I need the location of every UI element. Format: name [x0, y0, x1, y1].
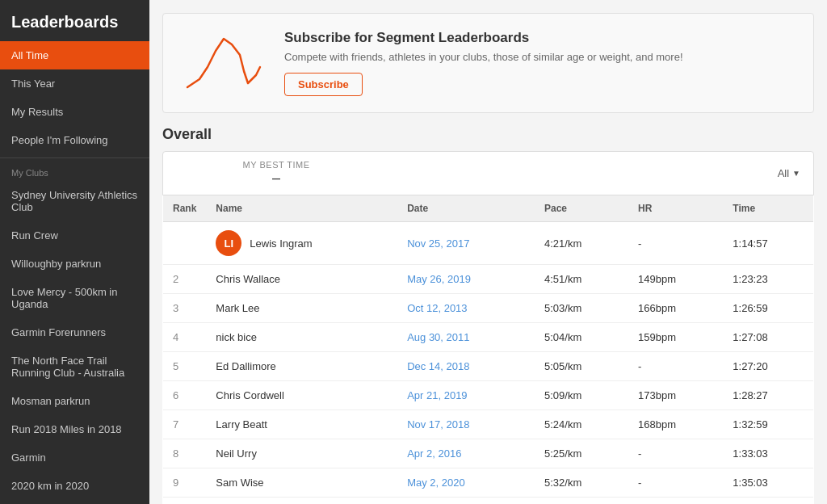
- cell-rank: [163, 222, 207, 265]
- cell-date: Sep 30, 2018: [397, 498, 535, 505]
- sidebar-item-canaw[interactable]: canaw: [0, 500, 149, 504]
- cell-rank: 10: [163, 498, 207, 505]
- sidebar-item-garmin[interactable]: Garmin: [0, 443, 149, 472]
- athlete-name[interactable]: Ed Dallimore: [216, 360, 275, 372]
- table-row: 3Mark LeeOct 12, 20135:03/km166bpm1:26:5…: [163, 294, 814, 323]
- filter-dropdown[interactable]: All ▼: [778, 167, 800, 179]
- sidebar-item-people-following[interactable]: People I'm Following: [0, 126, 149, 154]
- sidebar-item-2020km[interactable]: 2020 km in 2020: [0, 472, 149, 500]
- sidebar-item-garmin-forerunners[interactable]: Garmin Forerunners: [0, 318, 149, 346]
- cell-time: 1:27:20: [723, 352, 813, 381]
- date-link[interactable]: Aug 30, 2011: [407, 331, 469, 343]
- overall-section: Overall MY BEST TIME – All ▼ Rank Name D…: [162, 126, 814, 504]
- athlete-name[interactable]: Larry Beatt: [216, 418, 267, 430]
- table-row: 5Ed DallimoreDec 14, 20185:05/km-1:27:20: [163, 352, 814, 381]
- col-hr: HR: [628, 195, 723, 222]
- cell-time: 1:35:38: [723, 498, 813, 505]
- avatar: LI: [216, 230, 241, 256]
- table-row: 9Sam WiseMay 2, 20205:32/km-1:35:03: [163, 468, 814, 498]
- cell-time: 1:23:23: [723, 265, 813, 294]
- athlete-name[interactable]: Neil Urry: [216, 447, 257, 460]
- sidebar-item-all-time[interactable]: All Time: [0, 41, 149, 69]
- athlete-name[interactable]: Sam Wise: [216, 477, 263, 489]
- cell-name: Russ Ainsworth: [206, 498, 397, 505]
- table-row: 10Russ AinsworthSep 30, 20185:33/km170bp…: [163, 498, 814, 505]
- cell-date: May 26, 2019: [397, 265, 535, 294]
- table-row: 6Chris CordwellApr 21, 20195:09/km173bpm…: [163, 381, 814, 410]
- cell-pace: 5:25/km: [535, 439, 628, 468]
- cell-name: Larry Beatt: [206, 410, 397, 439]
- date-link[interactable]: Nov 17, 2018: [407, 418, 469, 430]
- date-link[interactable]: May 26, 2019: [407, 273, 471, 285]
- cell-name: Neil Urry: [206, 439, 397, 468]
- col-time: Time: [723, 195, 813, 222]
- date-link[interactable]: Oct 12, 2013: [407, 302, 467, 314]
- table-row: 4nick biceAug 30, 20115:04/km159bpm1:27:…: [163, 323, 814, 352]
- table-row: LILewis IngramNov 25, 20174:21/km-1:14:5…: [163, 222, 814, 265]
- subscribe-banner: Subscribe for Segment Leaderboards Compe…: [162, 13, 814, 113]
- cell-pace: 5:33/km: [535, 498, 628, 505]
- athlete-name[interactable]: nick bice: [216, 331, 257, 343]
- cell-rank: 8: [163, 439, 207, 468]
- cell-time: 1:32:59: [723, 410, 813, 439]
- date-link[interactable]: Nov 25, 2017: [407, 237, 469, 250]
- subscribe-title: Subscribe for Segment Leaderboards: [284, 30, 683, 46]
- sidebar-item-mosman[interactable]: Mosman parkrun: [0, 387, 149, 415]
- cell-hr: 159bpm: [628, 323, 723, 352]
- cell-rank: 5: [163, 352, 207, 381]
- athlete-name[interactable]: Chris Wallace: [216, 273, 280, 285]
- table-row: 2Chris WallaceMay 26, 20194:51/km149bpm1…: [163, 265, 814, 294]
- date-link[interactable]: Apr 21, 2019: [407, 389, 467, 401]
- cell-pace: 5:05/km: [535, 352, 628, 381]
- table-row: 8Neil UrryApr 2, 20165:25/km-1:33:03: [163, 439, 814, 468]
- sidebar-item-willoughby[interactable]: Willoughby parkrun: [0, 250, 149, 278]
- col-date: Date: [397, 195, 535, 222]
- best-time-value: –: [176, 170, 376, 187]
- cell-time: 1:27:08: [723, 323, 813, 352]
- clubs-section-label: My Clubs: [0, 162, 149, 181]
- date-link[interactable]: Apr 2, 2016: [407, 447, 461, 460]
- cell-rank: 4: [163, 323, 207, 352]
- cell-rank: 3: [163, 294, 207, 323]
- cell-name: LILewis Ingram: [206, 222, 397, 265]
- cell-rank: 9: [163, 468, 207, 498]
- subscribe-text: Subscribe for Segment Leaderboards Compe…: [284, 30, 683, 96]
- best-time-label: MY BEST TIME: [176, 160, 376, 170]
- cell-date: Oct 12, 2013: [397, 294, 535, 323]
- cell-hr: 170bpm: [628, 498, 723, 505]
- cell-hr: -: [628, 468, 723, 498]
- leaderboard-table: Rank Name Date Pace HR Time LILewis Ingr…: [162, 195, 814, 504]
- cell-pace: 5:32/km: [535, 468, 628, 498]
- col-name: Name: [206, 195, 397, 222]
- subscribe-description: Compete with friends, athletes in your c…: [284, 51, 683, 63]
- cell-hr: 149bpm: [628, 265, 723, 294]
- subscribe-button[interactable]: Subscribe: [284, 73, 363, 96]
- cell-time: 1:33:03: [723, 439, 813, 468]
- sidebar-item-this-year[interactable]: This Year: [0, 69, 149, 98]
- sidebar-item-run-2018[interactable]: Run 2018 Miles in 2018: [0, 415, 149, 443]
- cell-rank: 7: [163, 410, 207, 439]
- col-rank: Rank: [163, 195, 207, 222]
- sidebar-item-sydney-uni[interactable]: Sydney University Athletics Club: [0, 181, 149, 221]
- sidebar-item-run-crew[interactable]: Run Crew: [0, 221, 149, 250]
- date-link[interactable]: Dec 14, 2018: [407, 360, 469, 372]
- sidebar-item-love-mercy[interactable]: Love Mercy - 500km in Uganda: [0, 278, 149, 318]
- cell-name: nick bice: [206, 323, 397, 352]
- overall-title: Overall: [162, 126, 814, 143]
- sidebar-item-north-face[interactable]: The North Face Trail Running Club - Aust…: [0, 346, 149, 387]
- best-time-cell: MY BEST TIME –: [176, 160, 376, 187]
- cell-date: Nov 25, 2017: [397, 222, 535, 265]
- cell-pace: 5:09/km: [535, 381, 628, 410]
- cell-date: Nov 17, 2018: [397, 410, 535, 439]
- cell-pace: 5:03/km: [535, 294, 628, 323]
- date-link[interactable]: May 2, 2020: [407, 477, 465, 489]
- sidebar-item-my-results[interactable]: My Results: [0, 98, 149, 126]
- athlete-name[interactable]: Lewis Ingram: [250, 237, 312, 250]
- cell-date: Apr 2, 2016: [397, 439, 535, 468]
- athlete-name[interactable]: Mark Lee: [216, 302, 259, 314]
- athlete-name[interactable]: Chris Cordwell: [216, 389, 284, 401]
- cell-hr: -: [628, 439, 723, 468]
- cell-name: Sam Wise: [206, 468, 397, 498]
- table-row: 7Larry BeattNov 17, 20185:24/km168bpm1:3…: [163, 410, 814, 439]
- segment-preview: [179, 27, 268, 99]
